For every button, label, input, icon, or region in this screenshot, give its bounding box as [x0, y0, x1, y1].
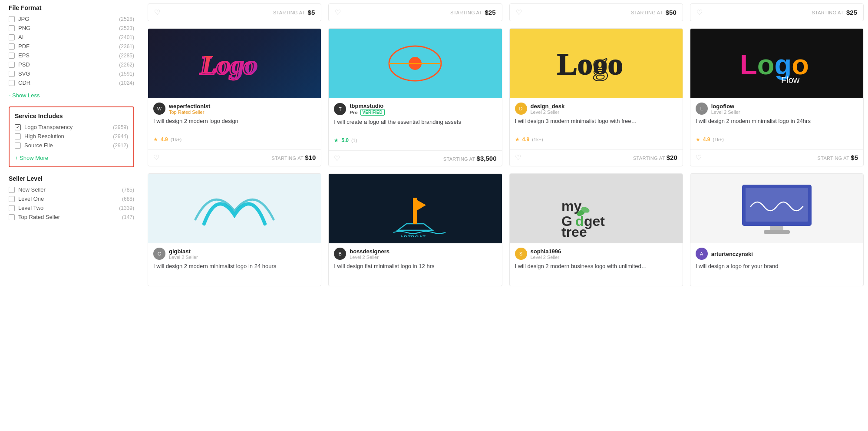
- gig-image-bossdesigners: ARTBOAT: [329, 174, 502, 243]
- heart-icon-top4[interactable]: ♡: [696, 8, 703, 17]
- label-logo-transparency: Logo Transparency: [24, 124, 73, 130]
- count-logo-transparency: (2959): [113, 124, 128, 130]
- svg-marker-11: [413, 198, 426, 213]
- gig-row-1: Logo Logo W: [148, 25, 864, 170]
- show-more-service-includes[interactable]: + Show More: [15, 155, 48, 161]
- heart-icon-design-desk[interactable]: ♡: [515, 153, 521, 162]
- checkbox-high-resolution[interactable]: [15, 133, 21, 139]
- gig-body-gigblast: G gigblast Level 2 Seller I will design …: [148, 243, 321, 286]
- seller-name-logoflow: logoflow: [711, 103, 858, 109]
- filter-psd[interactable]: PSD (2262): [9, 61, 134, 68]
- seller-level-gigblast: Level 2 Seller: [169, 255, 316, 260]
- count-pdf: (2361): [119, 43, 134, 50]
- pro-badge: Pro: [350, 110, 357, 115]
- checkbox-source-file[interactable]: [15, 143, 21, 149]
- gig-card-artur: A arturtenczynski I will design a logo f…: [690, 173, 864, 286]
- filter-svg[interactable]: SVG (1591): [9, 70, 134, 77]
- count-eps: (2285): [119, 53, 134, 59]
- filter-cdr[interactable]: CDR (1024): [9, 80, 134, 86]
- seller-details-weperfectionist: weperfectionist Top Rated Seller: [169, 103, 316, 115]
- filter-ai[interactable]: AI (2401): [9, 34, 134, 40]
- label-top-rated: Top Rated Seller: [18, 214, 60, 220]
- filter-jpg[interactable]: JPG (2528): [9, 16, 134, 22]
- filter-logo-transparency[interactable]: Logo Transparency (2959): [15, 124, 128, 130]
- checkbox-logo-transparency[interactable]: [15, 124, 21, 130]
- seller-level-bossdesigners: Level 2 Seller: [350, 255, 496, 260]
- checkbox-psd[interactable]: [9, 62, 15, 68]
- gig-footer-weperfectionist: ♡ STARTING AT $10: [148, 149, 321, 165]
- seller-name-bossdesigners: bossdesigners: [350, 248, 496, 255]
- filter-top-rated[interactable]: Top Rated Seller (147): [9, 214, 134, 220]
- gig-card-logoflow: Logo Flow L logoflow Level 2 Seller I wi…: [690, 28, 864, 166]
- checkbox-eps[interactable]: [9, 53, 15, 59]
- seller-details-logoflow: logoflow Level 2 Seller: [711, 103, 858, 115]
- gig-body-weperfectionist: W weperfectionist Top Rated Seller I wil…: [148, 98, 321, 149]
- starting-label-tbpmx: STARTING AT: [443, 156, 477, 162]
- heart-icon-weperfectionist[interactable]: ♡: [153, 153, 159, 162]
- seller-name-artur: arturtenczynski: [711, 251, 858, 257]
- starting-price-logoflow: $5: [851, 154, 858, 161]
- gig-image-artur: [690, 174, 863, 243]
- gig-card-tbpmx: T tbpmxstudio Pro VERIFIED I will create…: [328, 28, 502, 166]
- filter-level-one[interactable]: Level One (688): [9, 196, 134, 202]
- checkbox-level-two[interactable]: [9, 205, 15, 211]
- heart-icon-top2[interactable]: ♡: [335, 8, 341, 17]
- heart-icon-logoflow[interactable]: ♡: [696, 153, 702, 162]
- filter-eps[interactable]: EPS (2285): [9, 52, 134, 59]
- seller-info-weperfectionist: W weperfectionist Top Rated Seller: [153, 103, 316, 115]
- heart-icon-top3[interactable]: ♡: [516, 8, 522, 17]
- heart-icon-top1[interactable]: ♡: [154, 8, 160, 17]
- starting-price-design-desk: $20: [667, 154, 677, 161]
- price-block-design-desk: STARTING AT $20: [633, 154, 677, 161]
- checkbox-png[interactable]: [9, 25, 15, 31]
- service-includes-section: Service Includes Logo Transparency (2959…: [9, 106, 134, 167]
- rating-value-design-desk: 4.9: [522, 136, 530, 143]
- gig-title-logoflow: I will design 2 modern minimalist logo i…: [696, 117, 858, 133]
- gig-footer-tbpmx: ♡ STARTING AT $3,500: [329, 150, 502, 166]
- avatar-tbpmx: T: [334, 103, 346, 115]
- filter-source-file[interactable]: Source File (2912): [15, 142, 128, 149]
- avatar-artur: A: [696, 248, 708, 260]
- filter-pdf[interactable]: PDF (2361): [9, 43, 134, 50]
- starting-price-tbpmx: $3,500: [477, 155, 497, 162]
- filter-new-seller[interactable]: New Seller (785): [9, 186, 134, 193]
- gig-body-artur: A arturtenczynski I will design a logo f…: [690, 243, 863, 286]
- avatar-weperfectionist: W: [153, 103, 165, 115]
- show-less-file-format[interactable]: - Show Less: [9, 92, 40, 99]
- gig-card-design-desk: Looo Logo D design_desk Level 2 Seller I…: [509, 28, 683, 166]
- checkbox-jpg[interactable]: [9, 16, 15, 22]
- checkbox-top-rated[interactable]: [9, 214, 15, 220]
- starting-label-weperfectionist: STARTING AT: [271, 156, 305, 161]
- avatar-sophia: S: [515, 248, 527, 260]
- seller-info-design-desk: D design_desk Level 2 Seller: [515, 103, 677, 115]
- top-price-row: ♡ STARTING AT $5 ♡ STARTING AT $25 ♡ STA…: [148, 0, 864, 25]
- checkbox-cdr[interactable]: [9, 80, 15, 86]
- checkbox-svg[interactable]: [9, 71, 15, 77]
- svg-text:tree: tree: [561, 224, 587, 237]
- seller-name-gigblast: gigblast: [169, 248, 316, 255]
- count-source-file: (2912): [113, 143, 128, 149]
- gig-title-sophia: I will design 2 modern business logo wit…: [515, 262, 677, 278]
- gig-image-weperfectionist: Logo Logo: [148, 29, 321, 98]
- checkbox-pdf[interactable]: [9, 43, 15, 50]
- gig-card-gigblast: G gigblast Level 2 Seller I will design …: [148, 173, 321, 286]
- seller-info-bossdesigners: B bossdesigners Level 2 Seller: [334, 248, 496, 260]
- filter-png[interactable]: PNG (2523): [9, 25, 134, 31]
- filter-high-resolution[interactable]: High Resolution (2944): [15, 133, 128, 139]
- count-jpg: (2528): [119, 16, 134, 22]
- seller-name-design-desk: design_desk: [531, 103, 677, 109]
- seller-info-gigblast: G gigblast Level 2 Seller: [153, 248, 316, 260]
- gig-image-sophia: my G d get tree: [510, 174, 683, 243]
- heart-icon-tbpmx[interactable]: ♡: [334, 154, 340, 162]
- avatar-gigblast: G: [153, 248, 165, 260]
- rating-row-logoflow: ★ 4.9 (1k+): [696, 136, 858, 143]
- price-block-logoflow: STARTING AT $5: [818, 154, 858, 161]
- gig-title-artur: I will design a logo for your brand: [696, 262, 858, 278]
- checkbox-new-seller[interactable]: [9, 187, 15, 193]
- checkbox-level-one[interactable]: [9, 196, 15, 202]
- filter-level-two[interactable]: Level Two (1339): [9, 205, 134, 211]
- star-icon-logoflow: ★: [696, 136, 700, 143]
- checkbox-ai[interactable]: [9, 34, 15, 40]
- label-eps: EPS: [18, 52, 30, 59]
- label-psd: PSD: [18, 61, 30, 68]
